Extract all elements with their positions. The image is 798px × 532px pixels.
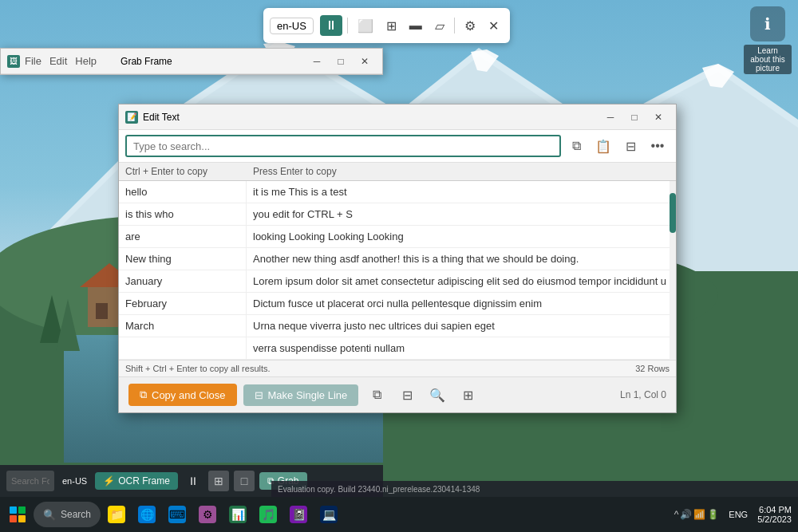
close-edit-text[interactable]: ✕ (647, 109, 670, 125)
split-tool-btn[interactable]: ⊟ (618, 135, 642, 157)
start-button[interactable] (3, 500, 32, 529)
taskbar-file-explorer[interactable]: 📁 (102, 500, 131, 529)
time-display: 6:04 PM (757, 505, 792, 514)
table-body: hello it is me This is a test is this wh… (119, 181, 676, 360)
action-layout-btn[interactable]: ⊟ (395, 384, 419, 406)
edit-text-dialog: 📝 Edit Text ─ □ ✕ ⧉ 📋 ⊟ ••• Ctrl + Enter… (118, 104, 677, 413)
table-rows: hello it is me This is a test is this wh… (119, 181, 676, 360)
grab-pause-btn[interactable]: ⏸ (183, 471, 203, 491)
grab-frame-window: 🖼 File Edit Help Grab Frame ─ □ ✕ (0, 48, 383, 75)
search-icon: 🔍 (43, 509, 56, 521)
single-line-button[interactable]: ⊟ Make Single Line (243, 384, 359, 406)
pause-button[interactable]: ⏸ (320, 15, 342, 36)
maximize-grab-frame[interactable]: □ (330, 53, 352, 69)
learn-icon[interactable]: ℹ (750, 6, 785, 41)
table-cell-key: hello (119, 181, 247, 203)
table-row[interactable]: January Lorem ipsum dolor sit amet conse… (119, 270, 676, 293)
grab-frame-title: Grab Frame (120, 56, 301, 67)
dialog-toolbar: ⧉ 📋 ⊟ ••• (119, 130, 676, 163)
volume-icon[interactable]: 🔊 (680, 509, 692, 520)
taskbar-onenote[interactable]: 📓 (284, 500, 313, 529)
ocr-frame-button[interactable]: ⚡ OCR Frame (95, 472, 178, 490)
evaluation-text: Evaluation copy. Build 23440.ni_prerelea… (278, 485, 480, 494)
settings-button[interactable]: ⚙ (460, 15, 480, 37)
table-row[interactable]: are looking Looking Looking Looking (119, 226, 676, 248)
results-table-container: Ctrl + Enter to copy Press Enter to copy… (119, 163, 676, 376)
table-cell-value: you edit for CTRL + S (247, 203, 676, 225)
paste-tool-btn[interactable]: 📋 (591, 135, 615, 157)
vs-icon: ⚙ (199, 506, 216, 523)
layout1-button[interactable]: ⬜ (353, 15, 378, 37)
table-cell-key: January (119, 270, 247, 292)
taskbar-spotify[interactable]: 🎵 (254, 500, 282, 529)
copy-close-label: Copy and Close (152, 389, 226, 401)
taskbar-clock[interactable]: 6:04 PM 5/2/2023 (754, 503, 795, 526)
lightning-icon: ⚡ (103, 475, 115, 487)
table-row[interactable]: is this who you edit for CTRL + S (119, 203, 676, 226)
table-row[interactable]: verra suspendisse potenti nullam (119, 337, 676, 360)
action-bar: ⧉ Copy and Close ⊟ Make Single Line ⧉ ⊟ … (119, 376, 676, 412)
more-tool-btn[interactable]: ••• (646, 135, 670, 157)
svg-marker-5 (702, 64, 734, 88)
copy-tool-btn[interactable]: ⧉ (564, 135, 588, 157)
menu-edit[interactable]: Edit (49, 55, 67, 67)
minimize-edit-text[interactable]: ─ (599, 109, 622, 125)
scrollbar-track[interactable] (670, 181, 676, 360)
taskbar-right: ^ 🔊 📶 🔋 ENG 6:04 PM 5/2/2023 (671, 503, 795, 526)
taskbar-excel[interactable]: 📊 (223, 500, 252, 529)
windows-logo (10, 506, 26, 522)
battery-icon[interactable]: 🔋 (707, 509, 719, 520)
taskbar-search-text: Search (61, 509, 91, 520)
table-cell-key: February (119, 293, 247, 314)
layout4-button[interactable]: ▱ (430, 15, 449, 37)
table-cell-value: Another new thing asdf another! this is … (247, 248, 676, 270)
close-grab-frame[interactable]: ✕ (354, 53, 376, 69)
language-badge[interactable]: en-US (270, 18, 314, 34)
copy-close-button[interactable]: ⧉ Copy and Close (128, 384, 237, 406)
menu-file[interactable]: File (25, 55, 41, 67)
learn-text: Learn about this picture (744, 45, 792, 74)
layout2-button[interactable]: ⊞ (381, 15, 401, 37)
scrollbar-thumb[interactable] (670, 193, 676, 233)
spotify-icon: 🎵 (259, 506, 277, 523)
minimize-grab-frame[interactable]: ─ (306, 53, 328, 69)
taskbar-lang: ENG (725, 508, 751, 521)
table-cell-value: Dictum fusce ut placerat orci nulla pell… (247, 293, 676, 314)
network-icon[interactable]: 📶 (693, 509, 705, 520)
taskbar-terminal[interactable]: 💻 (314, 500, 343, 529)
action-grid-btn[interactable]: ⊞ (456, 384, 480, 406)
single-line-label: Make Single Line (268, 389, 348, 401)
taskbar-search[interactable]: 🔍 Search (34, 502, 101, 527)
caret-icon[interactable]: ^ (674, 509, 679, 520)
evaluation-bar: Evaluation copy. Build 23440.ni_prerelea… (271, 481, 798, 497)
table-cell-key: are (119, 226, 247, 247)
learn-tooltip[interactable]: ℹ Learn about this picture (744, 6, 792, 74)
action-search-btn[interactable]: 🔍 (425, 384, 449, 406)
edit-text-icon: 📝 (125, 111, 138, 124)
ocr-btn-label: OCR Frame (118, 475, 170, 487)
excel-icon: 📊 (229, 506, 247, 523)
search-input[interactable] (125, 135, 561, 157)
taskbar-vscode[interactable]: ⌨ (163, 500, 192, 529)
status-hint: Shift + Ctrl + Enter to copy all results… (125, 364, 271, 373)
table-row[interactable]: New thing Another new thing asdf another… (119, 248, 676, 270)
close-top-button[interactable]: ✕ (484, 15, 504, 37)
table-header-col1: Ctrl + Enter to copy (125, 166, 253, 177)
grab-layout-btn[interactable]: ⊞ (208, 471, 229, 491)
taskbar-vs[interactable]: ⚙ (193, 500, 222, 529)
info-icon: ℹ (764, 14, 771, 33)
grab-frame-icon: 🖼 (7, 55, 20, 68)
maximize-edit-text[interactable]: □ (623, 109, 646, 125)
onenote-icon: 📓 (290, 506, 307, 523)
table-row[interactable]: March Urna neque viverra justo nec ultri… (119, 315, 676, 337)
grab-search-input[interactable] (6, 471, 54, 491)
table-row[interactable]: February Dictum fusce ut placerat orci n… (119, 293, 676, 315)
taskbar-edge[interactable]: 🌐 (132, 500, 161, 529)
grab-rect-btn[interactable]: □ (234, 471, 255, 491)
layout3-button[interactable]: ▬ (405, 15, 427, 36)
menu-help[interactable]: Help (75, 55, 97, 67)
svg-marker-4 (471, 49, 499, 72)
action-copy-btn[interactable]: ⧉ (365, 384, 389, 406)
table-row[interactable]: hello it is me This is a test (119, 181, 676, 203)
sys-tray-icons: ^ 🔊 📶 🔋 (671, 509, 723, 520)
